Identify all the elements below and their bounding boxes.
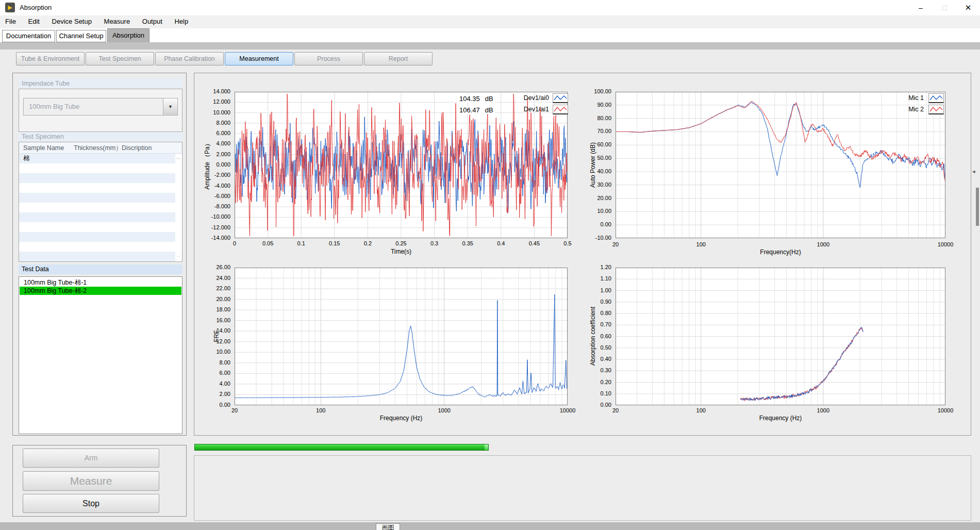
column-thickness: Thickness(mm） <box>74 142 122 154</box>
partial-tab-huitu[interactable]: 画图 <box>376 523 400 530</box>
test-data-list[interactable]: 100mm Big Tube-棉-1 100mm Big Tube-棉-2 <box>19 276 182 434</box>
legend-label-dev1-ai1[interactable]: Dev1/ai1 <box>497 106 549 113</box>
plot-area-time-waveform[interactable] <box>235 92 568 238</box>
list-item[interactable]: 100mm Big Tube-棉-1 <box>20 278 181 287</box>
maximize-icon: □ <box>942 4 946 12</box>
test-specimen-header: Test Specimen <box>19 132 182 142</box>
panel-collapse-icon[interactable]: ◂ <box>972 168 975 175</box>
y-tick-label: 8.00 <box>195 359 230 366</box>
measure-button[interactable]: Measure <box>23 471 159 491</box>
y-tick-label: 1.10 <box>576 275 611 281</box>
readout-value: 104.35 <box>459 95 480 103</box>
legend-label-dev1-ai0[interactable]: Dev1/ai0 <box>497 94 549 102</box>
x-tick-label: 1000 <box>426 407 462 413</box>
scroll-down-icon[interactable]: ﹀ <box>175 254 181 260</box>
legend-line-icon <box>553 105 568 113</box>
maximize-button[interactable]: □ <box>933 0 956 15</box>
title-bar: ▶ Absorption – □ ✕ <box>0 0 980 15</box>
legend-label-mic2[interactable]: Mic 2 <box>888 106 924 113</box>
main-tab-strip: Documentation Channel Setup Absorption <box>0 28 980 42</box>
y-tick-label: 10.00 <box>576 208 611 214</box>
dropdown-arrow-button[interactable]: ▼ <box>163 98 177 115</box>
subtab-process[interactable]: Process <box>294 52 363 65</box>
tab-documentation[interactable]: Documentation <box>2 30 55 42</box>
y-tick-label: 6.000 <box>195 130 230 136</box>
subtab-report[interactable]: Report <box>364 52 433 65</box>
test-specimen-table[interactable]: Sample Name Thickness(mm） Discription 棉 … <box>19 142 182 262</box>
plot-area-frf[interactable] <box>235 268 568 405</box>
chevron-down-icon: ▼ <box>168 104 173 109</box>
readout-unit: dB <box>485 106 493 114</box>
table-row[interactable]: 棉 <box>23 154 30 163</box>
y-tick-label: -4.000 <box>195 183 230 189</box>
list-item-selected[interactable]: 100mm Big Tube-棉-2 <box>20 287 181 295</box>
minimize-button[interactable]: – <box>909 0 933 15</box>
menu-bar: File Edit Device Setup Measure Output He… <box>0 15 980 28</box>
table-body: 棉 <box>19 154 175 261</box>
app-icon: ▶ <box>5 3 15 12</box>
x-tick-label: 1000 <box>805 241 841 247</box>
menu-item-output[interactable]: Output <box>137 15 168 28</box>
close-icon: ✕ <box>965 3 972 12</box>
y-tick-label: 8.000 <box>195 120 230 126</box>
axis-label-time: Time(s) <box>391 248 411 255</box>
y-tick-label: 1.20 <box>576 264 611 270</box>
legend-swatch-dev1-ai0[interactable] <box>553 93 568 103</box>
y-tick-label: 0.90 <box>576 299 611 305</box>
axis-label-frequency-frf: Frequency (Hz) <box>380 415 423 422</box>
bottom-strip <box>0 522 980 530</box>
tab-absorption[interactable]: Absorption <box>107 28 150 42</box>
column-sample-name: Sample Name <box>23 142 64 154</box>
y-tick-label: 0.20 <box>576 379 611 385</box>
legend-swatch-dev1-ai1[interactable] <box>553 105 568 114</box>
tab-page-band <box>0 42 980 49</box>
legend-line-icon <box>929 105 943 113</box>
legend-swatch-mic2[interactable] <box>928 105 944 114</box>
lower-empty-panel <box>194 455 971 521</box>
y-tick-label: 100.00 <box>576 88 611 94</box>
subtab-phase-calibration[interactable]: Phase Calibration <box>155 52 224 65</box>
axis-label-frequency-abs: Frequency (Hz) <box>759 415 802 422</box>
vertical-scrollbar-thumb[interactable] <box>976 188 979 226</box>
close-button[interactable]: ✕ <box>956 0 980 15</box>
subtab-tube-environment[interactable]: Tube & Environment <box>16 52 85 65</box>
legend-label-mic1[interactable]: Mic 1 <box>888 94 924 102</box>
scroll-up-icon[interactable]: ︿ <box>175 155 181 161</box>
subtab-measurement[interactable]: Measurement <box>225 52 293 65</box>
y-tick-label: -12.000 <box>195 224 230 230</box>
tab-channel-setup[interactable]: Channel Setup <box>56 30 106 42</box>
arm-button[interactable]: Arm <box>23 449 159 468</box>
legend-swatch-mic1[interactable] <box>928 93 944 103</box>
minimize-icon: – <box>919 4 923 12</box>
x-tick-label: 0.3 <box>417 240 453 246</box>
x-tick-label: 10000 <box>927 241 964 247</box>
y-tick-label: 22.00 <box>195 285 230 291</box>
menu-item-file[interactable]: File <box>0 15 21 28</box>
impedance-tube-dropdown[interactable]: 100mm Big Tube ▼ <box>23 98 178 115</box>
plot-area-absorption[interactable] <box>616 268 945 405</box>
menu-item-device-setup[interactable]: Device Setup <box>47 15 97 28</box>
menu-item-measure[interactable]: Measure <box>99 15 136 28</box>
y-tick-label: -6.000 <box>195 193 230 199</box>
x-tick-label: 0.2 <box>350 240 386 246</box>
menu-item-edit[interactable]: Edit <box>23 15 45 28</box>
stop-button[interactable]: Stop <box>23 494 159 513</box>
y-tick-label: 0.10 <box>576 390 611 396</box>
x-tick-label: 20 <box>597 407 634 413</box>
y-tick-label: 90.00 <box>576 102 611 108</box>
y-tick-label: -2.000 <box>195 172 230 178</box>
x-tick-label: 100 <box>303 407 339 413</box>
impedance-tube-value: 100mm Big Tube <box>29 98 79 115</box>
plot-area-auto-power[interactable] <box>616 92 945 238</box>
y-tick-label: 70.00 <box>576 128 611 134</box>
x-tick-label: 20 <box>217 407 253 413</box>
legend-line-icon <box>929 94 943 102</box>
subtab-test-specimen[interactable]: Test Specimen <box>86 52 154 65</box>
menu-item-help[interactable]: Help <box>169 15 193 28</box>
y-tick-label: 20.00 <box>195 296 230 302</box>
y-tick-label: 18.00 <box>195 306 230 312</box>
x-tick-label: 0.35 <box>450 240 486 246</box>
y-tick-label: 10.000 <box>195 109 230 115</box>
x-tick-label: 100 <box>683 407 719 413</box>
y-tick-label: -8.000 <box>195 203 230 209</box>
